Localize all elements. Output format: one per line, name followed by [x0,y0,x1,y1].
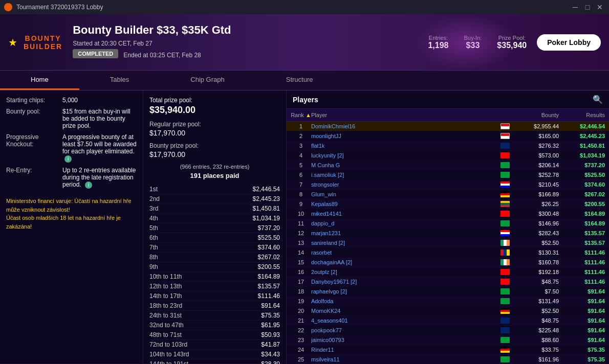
player-name[interactable]: pookpook77 [311,327,497,333]
player-column-header[interactable]: Player [311,112,497,118]
table-row[interactable]: 2 moonlightJJ $165.00 $2,445.23 [287,131,609,141]
table-row[interactable]: 1 DominikChmiel16 $2,955.44 $2,446.54 [287,122,609,131]
table-row[interactable]: 16 2outplz [2] $192.18 $111.46 [287,267,609,277]
bounty-column-header[interactable]: Bounty [513,112,559,118]
tab-bar: Home Tables Chip Graph Structure [0,71,609,90]
table-row[interactable]: 25 msilveira11 $161.96 $75.35 [287,355,609,363]
flag-cell [497,181,513,188]
table-row[interactable]: 14 rasorbet $130.31 $111.46 [287,248,609,258]
flag-cell [497,230,513,236]
flag-cell [497,220,513,226]
payout-row: 12th to 13th$135.57 [149,282,280,291]
rank-cell: 15 [291,259,311,265]
player-name[interactable]: dochagainAA [2] [311,259,497,265]
player-name[interactable]: sanireland [2] [311,240,497,246]
payout-amount: $267.02 [258,254,280,261]
table-row[interactable]: 11 dappio_d $146.96 $164.89 [287,219,609,229]
payout-amount: $61.95 [261,322,280,329]
results-cell: $737.20 [559,162,605,168]
payout-row: 72nd to 103rd$41.87 [149,340,280,350]
country-flag [501,347,510,353]
player-name[interactable]: M Cunha G [311,162,497,168]
flag-column-header [497,112,513,118]
tab-tables[interactable]: Tables [79,71,160,90]
table-row[interactable]: 15 dochagainAA [2] $160.78 $111.46 [287,258,609,267]
table-row[interactable]: 8 Glum_win $166.89 $267.02 [287,190,609,199]
table-row[interactable]: 9 Kepalas89 $26.25 $200.55 [287,199,609,209]
player-name[interactable]: dappio_d [311,220,497,226]
payout-amount: $28.30 [261,360,280,364]
regular-prize-value: $17,970.00 [149,129,280,137]
player-name[interactable]: Kepalas89 [311,201,497,207]
player-name[interactable]: DominikChmiel16 [311,123,497,129]
tab-structure[interactable]: Structure [255,71,344,90]
table-row[interactable]: 19 Adolfoda $131.49 $91.64 [287,297,609,306]
table-row[interactable]: 13 sanireland [2] $52.50 $135.57 [287,238,609,248]
player-name[interactable]: MomoKK24 [311,308,497,314]
player-name[interactable]: Danyboy19671 [2] [311,279,497,285]
player-name[interactable]: i.samoliuk [2] [311,172,497,178]
player-name[interactable]: marjan1231 [311,230,497,236]
player-name[interactable]: Adolfoda [311,298,497,304]
total-prize-label: Total prize pool: [149,97,280,104]
payout-position: 8th [149,254,158,261]
poker-lobby-button[interactable]: Poker Lobby [537,34,601,51]
payout-position: 9th [149,263,158,270]
minimize-button[interactable]: ─ [570,2,580,12]
player-name[interactable]: raphaelvgo [2] [311,288,497,294]
player-name[interactable]: rasorbet [311,249,497,256]
player-name[interactable]: 2outplz [2] [311,269,497,275]
player-name[interactable]: luckyunity [2] [311,152,497,158]
bounty-cell: $160.78 [513,259,559,265]
country-flag [501,181,510,188]
player-name[interactable]: flat1k [311,143,497,149]
table-row[interactable]: 4 luckyunity [2] $573.00 $1,034.19 [287,151,609,161]
table-row[interactable]: 6 i.samoliuk [2] $252.78 $525.50 [287,170,609,180]
rank-cell: 24 [291,347,311,353]
tab-home[interactable]: Home [0,71,79,90]
table-row[interactable]: 24 Rinder11 $33.75 $75.35 [287,345,609,355]
window-title: Tournament 3720019373 Lobby [16,4,566,11]
tab-chip-graph[interactable]: Chip Graph [160,71,255,90]
player-name[interactable]: miked14141 [311,211,497,217]
close-button[interactable]: ✕ [595,2,605,12]
table-row[interactable]: 17 Danyboy19671 [2] $48.75 $111.46 [287,277,609,287]
table-row[interactable]: 12 marjan1231 $282.43 $135.57 [287,229,609,238]
country-flag [501,152,510,158]
player-name[interactable]: Rinder11 [311,347,497,353]
table-row[interactable]: 20 MomoKK24 $52.50 $91.64 [287,306,609,316]
player-name[interactable]: jaimico00793 [311,337,497,343]
table-row[interactable]: 22 pookpook77 $225.48 $91.64 [287,326,609,335]
flag-cell [497,123,513,129]
results-cell: $75.35 [559,356,605,362]
table-row[interactable]: 18 raphaelvgo [2] $7.50 $91.64 [287,287,609,297]
table-row[interactable]: 21 4_seasons401 $48.75 $91.64 [287,316,609,326]
player-name[interactable]: moonlightJJ [311,133,497,139]
results-cell: $75.35 [559,347,605,353]
maximize-button[interactable]: □ [582,2,593,12]
payout-position: 48th to 71st [149,331,182,338]
player-name[interactable]: strongsoler [311,181,497,188]
search-button[interactable]: 🔍 [593,95,603,104]
payout-amount: $737.20 [258,224,280,232]
flag-cell [497,201,513,207]
table-row[interactable]: 3 flat1k $276.32 $1,450.81 [287,141,609,151]
player-name[interactable]: msilveira11 [311,356,497,362]
rank-cell: 16 [291,269,311,275]
player-name[interactable]: 4_seasons401 [311,317,497,324]
pko-info-icon[interactable]: i [64,155,72,163]
rank-cell: 12 [291,230,311,236]
reentry-info-icon[interactable]: i [85,181,92,189]
completed-badge: COMPLETED [73,49,118,58]
table-row[interactable]: 23 jaimico00793 $88.60 $91.64 [287,335,609,345]
rank-column-header[interactable]: Rank ▲ [291,112,311,118]
player-name[interactable]: Glum_win [311,191,497,197]
results-cell: $91.64 [559,327,605,333]
table-row[interactable]: 5 M Cunha G $206.14 $737.20 [287,161,609,170]
payout-position: 10th to 11th [149,273,182,280]
table-row[interactable]: 7 strongsoler $210.45 $374.60 [287,180,609,190]
table-row[interactable]: 10 miked14141 $300.48 $164.89 [287,209,609,219]
payout-amount: $200.55 [258,263,280,270]
results-column-header[interactable]: Results [559,112,605,118]
flag-cell [497,211,513,217]
